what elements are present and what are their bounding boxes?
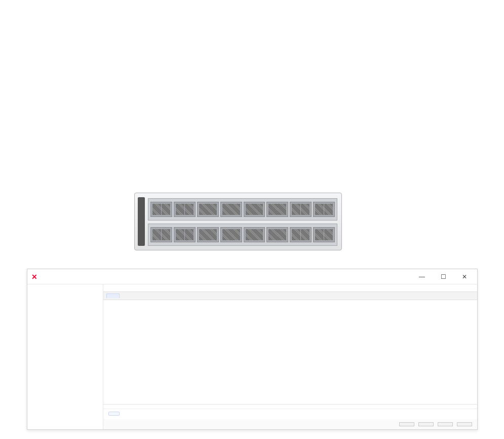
dcqcn-profiles-button[interactable]	[108, 412, 120, 416]
next-button[interactable]	[418, 422, 434, 426]
app-icon: ✕	[31, 273, 37, 281]
maximize-button[interactable]: ☐	[433, 270, 454, 284]
titlebar: ✕ — ☐ ✕	[27, 269, 477, 284]
finish-button[interactable]	[438, 422, 453, 426]
switch-chassis	[134, 193, 342, 250]
minimize-button[interactable]: —	[411, 270, 433, 284]
tab-select-ports[interactable]	[106, 294, 120, 298]
sidebar	[27, 284, 103, 429]
wizard-window: ✕ — ☐ ✕	[27, 269, 478, 430]
exit-button[interactable]	[457, 422, 472, 426]
prev-button[interactable]	[399, 422, 414, 426]
close-button[interactable]: ✕	[454, 270, 475, 284]
